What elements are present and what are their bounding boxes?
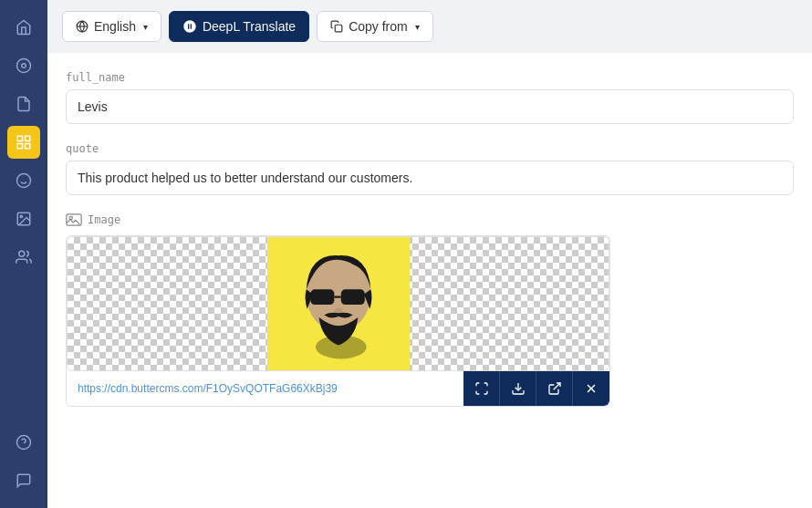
image-preview-button[interactable] [463,371,500,406]
copy-from-button[interactable]: Copy from ▾ [317,11,433,42]
language-chevron-icon: ▾ [143,22,148,32]
sidebar-item-help[interactable] [7,426,40,459]
sidebar-item-team[interactable] [7,241,40,274]
quote-group: quote [66,142,794,195]
svg-rect-16 [335,25,342,32]
sidebar-item-chat[interactable] [7,464,40,497]
image-container-wrapper [66,235,610,371]
language-label: English [94,19,136,34]
full-name-group: full_name [66,71,794,124]
image-label: Image [88,213,120,226]
quote-input[interactable] [66,161,794,195]
svg-rect-23 [341,289,365,305]
image-label-row: Image [66,213,794,226]
svg-rect-22 [310,289,334,305]
download-icon [511,381,526,396]
avatar-box [267,237,410,371]
image-group: Image [66,213,794,407]
sidebar [0,0,47,508]
avatar-face-icon [288,245,389,364]
image-container [67,236,609,371]
svg-rect-2 [17,136,22,140]
deepl-translate-button[interactable]: DeepL Translate [169,11,309,42]
toolbar: English ▾ DeepL Translate Copy from ▾ [47,0,812,53]
quote-label: quote [66,142,794,155]
language-selector[interactable]: English ▾ [62,11,161,42]
deepl-icon [182,19,197,34]
sidebar-item-home[interactable] [7,11,40,44]
expand-icon [474,381,489,396]
svg-point-10 [20,215,22,217]
globe-icon [76,20,88,33]
main-content: English ▾ DeepL Translate Copy from ▾ fu… [47,0,812,508]
copy-icon [330,20,343,33]
deepl-label: DeepL Translate [203,19,296,34]
sidebar-item-gallery[interactable] [7,202,40,235]
full-name-input[interactable] [66,89,794,124]
svg-rect-4 [26,144,30,149]
sidebar-item-users-circle[interactable] [7,164,40,197]
full-name-label: full_name [66,71,794,84]
image-url-actions [463,371,609,406]
close-icon [584,381,599,396]
svg-rect-3 [26,136,30,140]
svg-point-1 [22,64,26,68]
svg-rect-5 [17,144,22,149]
svg-line-27 [553,383,559,389]
copy-from-label: Copy from [349,19,408,34]
image-url-input[interactable] [67,371,463,406]
image-remove-button[interactable] [573,371,609,406]
image-url-bar [66,371,610,407]
image-field-icon [66,213,82,226]
image-download-button[interactable] [500,371,536,406]
image-wrapper [66,235,610,407]
svg-point-6 [17,174,31,188]
svg-point-0 [17,59,31,73]
copy-from-chevron-icon: ▾ [415,22,420,32]
image-external-link-button[interactable] [536,371,573,406]
sidebar-item-file[interactable] [7,88,40,120]
sidebar-item-grid[interactable] [7,126,40,159]
external-link-icon [547,381,562,396]
svg-point-11 [19,251,25,256]
form-area: full_name quote Image [47,53,812,508]
sidebar-item-feed[interactable] [7,49,40,82]
